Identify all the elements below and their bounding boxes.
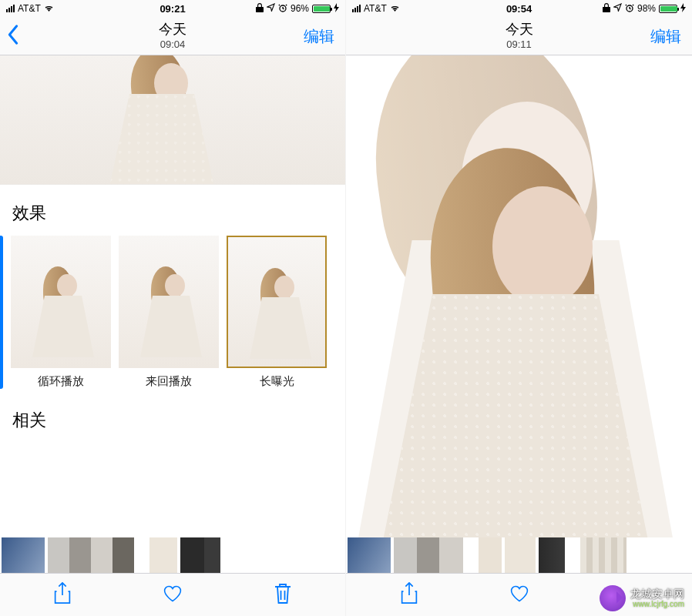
status-bar: AT&T 09:21 96% [0, 0, 345, 17]
signal-icon [352, 5, 361, 12]
nav-bar: 今天 09:11 编辑 [346, 17, 692, 55]
bottom-toolbar [0, 573, 345, 616]
nav-subtitle: 09:11 [506, 38, 533, 51]
nav-title: 今天 [506, 22, 533, 38]
location-icon [613, 3, 622, 14]
screen-left: AT&T 09:21 96% 今天 09:04 编辑 [0, 0, 346, 616]
thumbnail-strip[interactable] [0, 537, 345, 573]
watermark-title: 龙城安卓网 [630, 588, 684, 601]
signal-icon [6, 5, 15, 12]
battery-percent: 96% [291, 3, 309, 14]
location-icon [267, 3, 275, 14]
battery-percent: 98% [637, 3, 656, 14]
nav-title: 今天 [159, 22, 186, 38]
effect-bounce[interactable]: 来回播放 [119, 236, 219, 389]
screen-right: AT&T 09:54 98% 今天 09:11 编辑 [346, 0, 692, 616]
delete-button[interactable] [273, 582, 293, 608]
bolt-icon [680, 3, 686, 15]
scroll-edge-indicator [0, 236, 3, 389]
share-button[interactable] [399, 582, 419, 608]
effects-row: 循环播放 来回播放 长曝光 [0, 236, 333, 389]
watermark-logo-icon [600, 585, 626, 611]
favorite-button[interactable] [163, 582, 183, 608]
effects-header: 效果 [12, 202, 333, 225]
effect-label: 来回播放 [119, 374, 219, 389]
nav-subtitle: 09:04 [159, 38, 186, 51]
alarm-icon [625, 3, 634, 15]
carrier-label: AT&T [364, 3, 387, 14]
share-button[interactable] [52, 582, 72, 608]
bolt-icon [334, 3, 339, 15]
photo-preview[interactable] [346, 55, 692, 537]
edit-button[interactable]: 编辑 [650, 25, 681, 46]
status-bar: AT&T 09:54 98% [346, 0, 692, 17]
watermark-url: www.lcjrfg.com [630, 600, 684, 609]
wifi-icon [390, 3, 400, 14]
effect-label: 长曝光 [227, 374, 327, 389]
effect-label: 循环播放 [11, 374, 111, 389]
status-time: 09:21 [160, 3, 185, 15]
back-button[interactable] [6, 24, 20, 49]
battery-icon [312, 5, 331, 13]
effect-loop[interactable]: 循环播放 [11, 236, 111, 389]
wifi-icon [44, 3, 54, 14]
lock-icon [256, 3, 264, 15]
related-header: 相关 [12, 409, 333, 432]
nav-bar: 今天 09:04 编辑 [0, 17, 345, 55]
battery-icon [659, 5, 677, 13]
lock-icon [603, 3, 610, 15]
alarm-icon [278, 3, 287, 15]
status-time: 09:54 [506, 3, 532, 15]
thumbnail-strip[interactable] [346, 537, 692, 573]
carrier-label: AT&T [18, 3, 41, 14]
watermark: 龙城安卓网 www.lcjrfg.com [600, 585, 684, 611]
favorite-button[interactable] [509, 582, 529, 608]
edit-button[interactable]: 编辑 [304, 25, 334, 46]
photo-preview[interactable] [0, 55, 345, 185]
effect-long-exposure[interactable]: 长曝光 [227, 236, 327, 389]
